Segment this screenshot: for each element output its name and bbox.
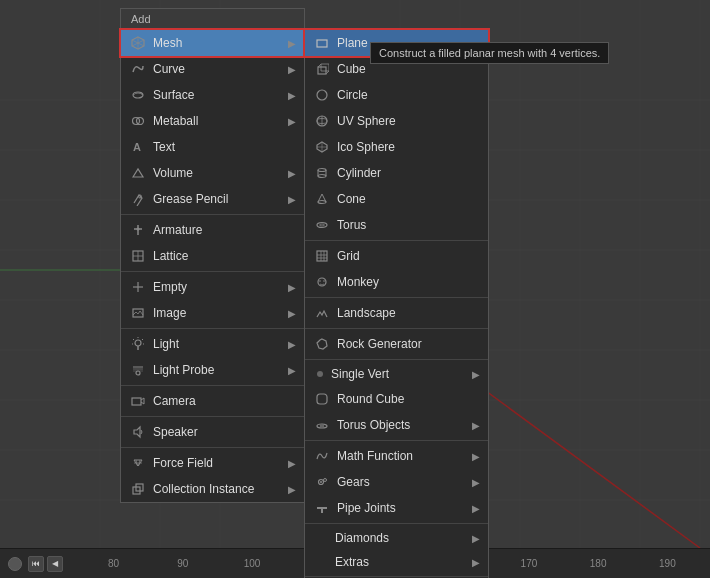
- add-label: Add: [131, 13, 151, 25]
- submenu-item-grid[interactable]: Grid: [305, 243, 488, 269]
- svg-rect-79: [317, 251, 327, 261]
- menu-item-image[interactable]: Image ▶: [121, 300, 304, 326]
- menu-item-text[interactable]: A Text: [121, 134, 304, 160]
- speaker-icon: [129, 423, 147, 441]
- cone-icon: [313, 190, 331, 208]
- svg-point-78: [320, 224, 325, 226]
- light-probe-label: Light Probe: [153, 363, 288, 377]
- menu-item-light-probe[interactable]: Light Probe ▶: [121, 357, 304, 383]
- gears-arrow: ▶: [472, 477, 480, 488]
- menu-item-camera[interactable]: Camera: [121, 388, 304, 414]
- submenu-item-math-function[interactable]: Math Function ▶: [305, 443, 488, 469]
- menu-item-empty[interactable]: Empty ▶: [121, 274, 304, 300]
- submenu-item-ico-sphere[interactable]: Ico Sphere: [305, 134, 488, 160]
- menu-item-grease-pencil[interactable]: Grease Pencil ▶: [121, 186, 304, 212]
- sub-separator-3: [305, 328, 488, 329]
- cone-label: Cone: [337, 192, 480, 206]
- rock-generator-label: Rock Generator: [337, 337, 480, 351]
- pipe-joints-label: Pipe Joints: [337, 501, 472, 515]
- svg-point-31: [137, 228, 140, 231]
- empty-label: Empty: [153, 280, 288, 294]
- sub-separator-2: [305, 297, 488, 298]
- grease-pencil-label: Grease Pencil: [153, 192, 288, 206]
- landscape-label: Landscape: [337, 306, 480, 320]
- extras-arrow: ▶: [472, 557, 480, 568]
- volume-icon: [129, 164, 147, 182]
- rock-generator-icon: [313, 335, 331, 353]
- surface-icon: [129, 86, 147, 104]
- ico-sphere-icon: [313, 138, 331, 156]
- submenu-item-diamonds[interactable]: Diamonds ▶: [305, 526, 488, 550]
- sub-separator-7: [305, 576, 488, 577]
- light-icon: [129, 335, 147, 353]
- svg-line-42: [133, 339, 134, 340]
- menu-item-lattice[interactable]: Lattice: [121, 243, 304, 269]
- menu-item-speaker[interactable]: Speaker: [121, 419, 304, 445]
- submenu-item-cone[interactable]: Cone: [305, 186, 488, 212]
- lattice-icon: [129, 247, 147, 265]
- separator-2: [121, 271, 304, 272]
- round-cube-icon: [313, 390, 331, 408]
- submenu-item-torus-objects[interactable]: Torus Objects ▶: [305, 412, 488, 438]
- metaball-arrow: ▶: [288, 116, 296, 127]
- submenu-item-pipe-joints[interactable]: Pipe Joints ▶: [305, 495, 488, 521]
- submenu-item-landscape[interactable]: Landscape: [305, 300, 488, 326]
- right-menu: Plane Cube: [304, 29, 489, 578]
- collection-instance-icon: [129, 480, 147, 498]
- svg-marker-87: [317, 339, 327, 349]
- collection-instance-arrow: ▶: [288, 484, 296, 495]
- curve-arrow: ▶: [288, 64, 296, 75]
- torus-objects-icon: [313, 416, 331, 434]
- add-header: Add: [120, 8, 305, 29]
- svg-point-74: [318, 201, 326, 204]
- svg-point-86: [323, 280, 325, 282]
- separator-3: [121, 328, 304, 329]
- separator-1: [121, 214, 304, 215]
- circle-icon: [313, 86, 331, 104]
- camera-label: Camera: [153, 394, 296, 408]
- submenu-item-uv-sphere[interactable]: UV Sphere: [305, 108, 488, 134]
- submenu-item-monkey[interactable]: Monkey: [305, 269, 488, 295]
- separator-4: [121, 385, 304, 386]
- submenu-item-cylinder[interactable]: Cylinder: [305, 160, 488, 186]
- timeline-num-190: 190: [633, 558, 702, 569]
- timeline-prev[interactable]: ◀: [47, 556, 63, 572]
- mesh-arrow: ▶: [288, 38, 296, 49]
- menu-item-armature[interactable]: Armature: [121, 217, 304, 243]
- timeline-skip-start[interactable]: ⏮: [28, 556, 44, 572]
- sub-separator-5: [305, 440, 488, 441]
- uv-sphere-label: UV Sphere: [337, 114, 480, 128]
- submenu-item-extras[interactable]: Extras ▶: [305, 550, 488, 574]
- submenu-item-round-cube[interactable]: Round Cube: [305, 386, 488, 412]
- cylinder-icon: [313, 164, 331, 182]
- image-icon: [129, 304, 147, 322]
- lattice-label: Lattice: [153, 249, 296, 263]
- submenu-item-circle[interactable]: Circle: [305, 82, 488, 108]
- submenu-item-single-vert[interactable]: Single Vert ▶: [305, 362, 488, 386]
- menu-item-light[interactable]: Light ▶: [121, 331, 304, 357]
- submenu-item-gears[interactable]: Gears ▶: [305, 469, 488, 495]
- ico-sphere-label: Ico Sphere: [337, 140, 480, 154]
- pipe-joints-icon: [313, 499, 331, 517]
- monkey-icon: [313, 273, 331, 291]
- image-arrow: ▶: [288, 308, 296, 319]
- volume-label: Volume: [153, 166, 288, 180]
- submenu-item-torus[interactable]: Torus: [305, 212, 488, 238]
- menu-item-mesh[interactable]: Mesh ▶: [121, 30, 304, 56]
- force-field-arrow: ▶: [288, 458, 296, 469]
- menu-item-surface[interactable]: Surface ▶: [121, 82, 304, 108]
- timeline-controls: ⏮ ◀: [28, 556, 63, 572]
- menu-item-curve[interactable]: Curve ▶: [121, 56, 304, 82]
- tooltip: Construct a filled planar mesh with 4 ve…: [370, 42, 609, 64]
- submenu-item-rock-generator[interactable]: Rock Generator: [305, 331, 488, 357]
- svg-point-63: [317, 90, 327, 100]
- image-label: Image: [153, 306, 288, 320]
- math-function-icon: [313, 447, 331, 465]
- menu-item-force-field[interactable]: Force Field ▶: [121, 450, 304, 476]
- menu-item-volume[interactable]: Volume ▶: [121, 160, 304, 186]
- menu-item-collection-instance[interactable]: Collection Instance ▶: [121, 476, 304, 502]
- curve-label: Curve: [153, 62, 288, 76]
- mesh-label: Mesh: [153, 36, 288, 50]
- menu-item-metaball[interactable]: Metaball ▶: [121, 108, 304, 134]
- svg-point-48: [136, 371, 140, 375]
